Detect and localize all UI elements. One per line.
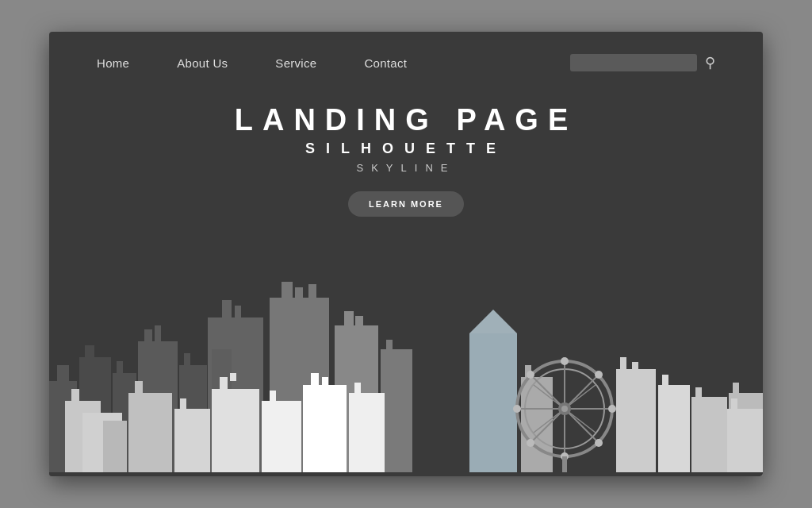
search-icon[interactable]: ⚲: [705, 54, 715, 71]
search-area: ⚲: [570, 54, 715, 71]
svg-rect-70: [691, 397, 727, 476]
svg-rect-73: [733, 383, 739, 395]
nav-home[interactable]: Home: [97, 56, 129, 70]
svg-rect-12: [222, 300, 232, 320]
hero-subtitle: SILHOUETTE: [49, 140, 763, 157]
nav-contact[interactable]: Contact: [364, 56, 407, 70]
svg-rect-13: [235, 306, 241, 320]
learn-more-button[interactable]: LEARN MORE: [348, 191, 464, 217]
hero-title: LANDING PAGE: [49, 103, 763, 137]
hero-sub2: SKYLINE: [49, 162, 763, 174]
svg-rect-21: [355, 316, 363, 329]
nav-service[interactable]: Service: [275, 56, 316, 70]
svg-rect-36: [270, 391, 276, 403]
svg-rect-28: [128, 393, 172, 476]
svg-point-62: [595, 371, 603, 379]
svg-rect-35: [262, 401, 301, 476]
svg-rect-18: [308, 284, 316, 300]
svg-rect-74: [727, 409, 763, 476]
svg-rect-3: [85, 345, 94, 361]
svg-rect-30: [174, 409, 210, 476]
svg-rect-29: [135, 381, 143, 395]
svg-rect-39: [322, 377, 328, 388]
svg-rect-38: [311, 373, 319, 387]
svg-rect-71: [695, 387, 702, 398]
svg-rect-1: [57, 365, 69, 381]
page-wrapper: Home About Us Service Contact ⚲ LANDING …: [49, 32, 763, 476]
svg-rect-7: [144, 329, 152, 344]
svg-rect-8: [155, 325, 161, 343]
svg-rect-76: [49, 472, 763, 476]
svg-rect-75: [731, 398, 737, 411]
svg-rect-5: [117, 361, 123, 375]
svg-rect-17: [295, 287, 303, 302]
svg-rect-67: [632, 362, 638, 373]
svg-rect-41: [354, 383, 361, 395]
svg-rect-43: [469, 333, 517, 476]
skyline-illustration: [49, 254, 763, 476]
search-bar[interactable]: [570, 54, 697, 71]
svg-rect-32: [212, 389, 259, 476]
svg-rect-22: [381, 349, 412, 476]
nav-about[interactable]: About Us: [177, 56, 228, 70]
svg-rect-23: [386, 340, 393, 352]
svg-rect-69: [662, 375, 668, 387]
svg-rect-20: [344, 311, 354, 329]
svg-point-58: [513, 405, 521, 413]
svg-rect-25: [71, 389, 79, 403]
svg-rect-65: [616, 369, 656, 476]
svg-point-61: [595, 439, 603, 447]
svg-rect-31: [180, 398, 186, 411]
svg-rect-37: [303, 385, 347, 476]
svg-point-63: [527, 439, 534, 447]
svg-point-59: [608, 405, 616, 413]
svg-rect-33: [220, 377, 228, 391]
svg-rect-16: [282, 282, 293, 302]
svg-point-60: [527, 371, 534, 379]
svg-rect-10: [184, 353, 190, 368]
svg-rect-68: [658, 385, 690, 476]
svg-point-56: [561, 357, 569, 365]
svg-rect-27: [103, 421, 127, 476]
navbar: Home About Us Service Contact ⚲: [49, 32, 763, 71]
svg-point-55: [561, 406, 568, 412]
hero-section: LANDING PAGE SILHOUETTE SKYLINE LEARN MO…: [49, 103, 763, 217]
svg-rect-66: [620, 357, 626, 371]
svg-rect-34: [230, 373, 236, 381]
svg-rect-40: [349, 393, 385, 476]
